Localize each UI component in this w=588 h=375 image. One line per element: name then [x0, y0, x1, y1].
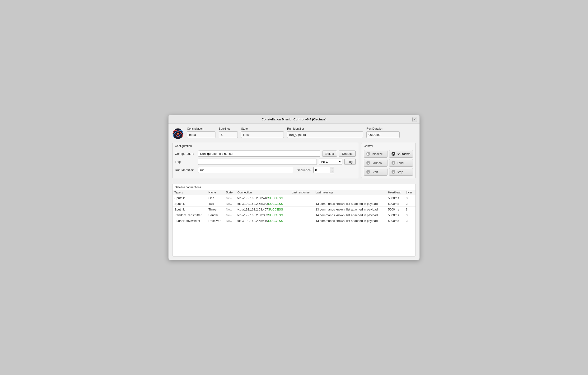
constellation-field-group: Constellation — [187, 127, 215, 138]
log-level-select[interactable]: DEBUG INFO WARNING ERROR — [319, 159, 342, 165]
cell-last-message: 14 commands known, list attached in payl… — [314, 213, 386, 218]
cell-last-response — [290, 207, 314, 213]
cell-last-message: 13 commands known, list attached in payl… — [314, 201, 386, 207]
select-button[interactable]: Select — [322, 151, 337, 157]
titlebar: Constellation MissionControl v0.4 (Circi… — [168, 115, 420, 124]
satellites-label: Satellites — [219, 127, 238, 130]
log-label: Log: — [175, 160, 196, 163]
log-row: Log: DEBUG INFO WARNING ERROR Log — [175, 159, 356, 165]
configuration-section-body: Configuration: Select Deduce Log: DEBUG … — [172, 149, 358, 178]
land-label: Land — [397, 161, 404, 165]
col-connection: Connection — [235, 190, 290, 195]
run-identifier-row: Run Identifier: Sequence: ▲ ▼ — [175, 167, 356, 173]
log-button[interactable]: Log — [344, 159, 356, 165]
cell-last-message — [314, 195, 386, 201]
cell-connection: tcp://192.168.2.68:343SUCCESS — [235, 201, 290, 207]
header-row: Constellation Satellites State Run Ident… — [172, 127, 416, 139]
app-logo — [172, 128, 184, 139]
log-input[interactable] — [198, 159, 317, 165]
sequence-input[interactable] — [314, 167, 330, 173]
state-field-group: State — [241, 127, 284, 138]
cell-connection: tcp://192.168.2.68:418SUCCESS — [235, 195, 290, 201]
duration-input[interactable] — [366, 131, 399, 138]
table-row: Sputnik One New tcp://192.168.2.68:418SU… — [172, 195, 416, 201]
col-name: Name — [206, 190, 224, 195]
config-file-label: Configuration: — [175, 152, 196, 155]
launch-icon: ▲ — [366, 161, 370, 165]
control-section: Control ▶ Initialize ⏻ Shutdown ▲ Launch — [361, 143, 416, 178]
initialize-button[interactable]: ▶ Initialize — [364, 150, 388, 158]
deduce-button[interactable]: Deduce — [339, 151, 356, 157]
sequence-down-button[interactable]: ▼ — [330, 170, 334, 173]
table-row: Sputnik Two New tcp://192.168.2.68:343SU… — [172, 201, 416, 207]
config-file-row: Configuration: Select Deduce — [175, 151, 356, 157]
cell-connection: tcp://192.168.2.68:407SUCCESS — [235, 207, 290, 213]
cell-type: Sputnik — [172, 207, 206, 213]
state-input[interactable] — [241, 131, 284, 138]
sequence-spinner: ▲ ▼ — [330, 167, 334, 173]
stop-button[interactable]: ■ Stop — [389, 168, 413, 176]
cell-name: Sender — [206, 213, 224, 218]
table-row: Sputnik Three New tcp://192.168.2.68:407… — [172, 207, 416, 213]
cell-last-response — [290, 195, 314, 201]
header-fields: Constellation Satellites State Run Ident… — [187, 127, 416, 138]
land-icon: ▼ — [391, 161, 395, 165]
close-button[interactable]: ✕ — [412, 117, 417, 122]
control-section-title: Control — [361, 143, 416, 149]
duration-label: Run Duration — [366, 127, 399, 130]
sequence-wrap: ▲ ▼ — [314, 167, 334, 173]
config-file-input[interactable] — [198, 151, 320, 157]
constellation-input[interactable] — [187, 131, 215, 138]
run-identifier-input[interactable] — [198, 167, 293, 173]
run-id-label: Run Identifier — [287, 127, 363, 130]
satellites-input[interactable] — [219, 131, 238, 138]
stop-icon: ■ — [391, 170, 395, 174]
initialize-label: Initialize — [372, 152, 383, 156]
cell-type: Sputnik — [172, 201, 206, 207]
cell-type: EudaqNativeWriter — [172, 218, 206, 224]
cell-name: Two — [206, 201, 224, 207]
main-content: Constellation Satellites State Run Ident… — [168, 124, 420, 260]
table-row: RandomTransmitter Sender New tcp://192.1… — [172, 213, 416, 218]
cell-last-message: 13 commands known, list attached in payl… — [314, 218, 386, 224]
cell-state: New — [224, 213, 235, 218]
cell-lives: 3 — [404, 218, 416, 224]
col-last-response: Last response — [290, 190, 314, 195]
window-title: Constellation MissionControl v0.4 (Circi… — [262, 118, 326, 121]
shutdown-button[interactable]: ⏻ Shutdown — [389, 150, 413, 158]
cell-lives: 3 — [404, 207, 416, 213]
cell-name: One — [206, 195, 224, 201]
col-heartbeat: Heartbeat — [386, 190, 404, 195]
duration-field-group: Run Duration — [366, 127, 399, 138]
cell-state: New — [224, 201, 235, 207]
col-last-message: Last message — [314, 190, 386, 195]
launch-label: Launch — [372, 161, 382, 165]
run-identifier-label: Run Identifier: — [175, 168, 196, 172]
satellite-table-header: Type Name State Connection Last response… — [172, 190, 416, 195]
cell-lives: 3 — [404, 201, 416, 207]
cell-lives: 3 — [404, 213, 416, 218]
launch-button[interactable]: ▲ Launch — [364, 159, 388, 167]
cell-name: Receiver — [206, 218, 224, 224]
cell-last-response — [290, 218, 314, 224]
land-button[interactable]: ▼ Land — [389, 159, 413, 167]
cell-type: Sputnik — [172, 195, 206, 201]
state-label: State — [241, 127, 284, 130]
col-state: State — [224, 190, 235, 195]
cell-state: New — [224, 218, 235, 224]
cell-last-response — [290, 213, 314, 218]
cell-state: New — [224, 195, 235, 201]
control-section-body: ▶ Initialize ⏻ Shutdown ▲ Launch ▼ Land — [361, 149, 416, 178]
cell-state: New — [224, 207, 235, 213]
run-id-input[interactable] — [287, 131, 363, 138]
sequence-up-button[interactable]: ▲ — [330, 167, 334, 170]
shutdown-label: Shutdown — [397, 152, 410, 156]
start-button[interactable]: ● Start — [364, 168, 388, 176]
configuration-section: Configuration Configuration: Select Dedu… — [172, 143, 358, 178]
sequence-label: Sequence: — [297, 168, 312, 172]
initialize-icon: ▶ — [366, 152, 370, 156]
table-row: EudaqNativeWriter Receiver New tcp://192… — [172, 218, 416, 224]
satellite-connections-title: Satellite connections — [172, 184, 416, 190]
col-type[interactable]: Type — [172, 190, 206, 195]
start-label: Start — [372, 170, 378, 174]
